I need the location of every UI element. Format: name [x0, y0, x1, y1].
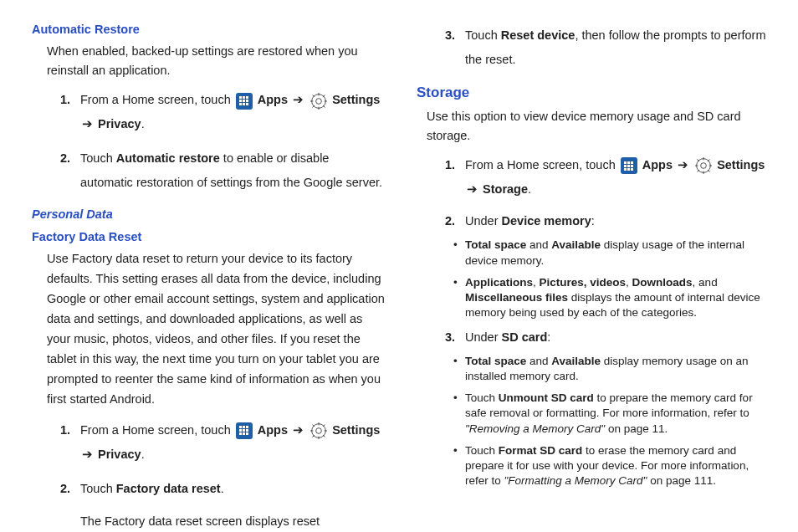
list-item: Touch Unmount SD card to prepare the mem…	[453, 391, 770, 437]
svg-point-1	[316, 98, 322, 104]
step-item: From a Home screen, touch Apps ➔ Setting…	[445, 153, 770, 202]
list-item: Total space and Available display usage …	[453, 238, 770, 268]
svg-point-11	[316, 428, 322, 434]
list-item: Applications, Pictures, videos, Download…	[453, 275, 770, 321]
steps-factory: From a Home screen, touch Apps ➔ Setting…	[60, 418, 385, 532]
bullets-device-memory: Total space and Available display usage …	[453, 238, 770, 320]
left-column: Automatic Restore When enabled, backed-u…	[32, 18, 385, 532]
heading-storage: Storage	[417, 82, 770, 104]
right-column: Touch Reset device, then follow the prom…	[417, 18, 770, 532]
steps-storage: From a Home screen, touch Apps ➔ Setting…	[445, 153, 770, 231]
steps-factory-cont: Touch Reset device, then follow the prom…	[445, 23, 770, 72]
apps-icon	[236, 422, 253, 439]
settings-icon	[310, 93, 327, 110]
list-item: Total space and Available display memory…	[453, 354, 770, 384]
svg-point-21	[701, 163, 707, 169]
para-factory: Use Factory data reset to return your de…	[47, 249, 385, 409]
apps-icon	[621, 157, 637, 174]
step-item: Touch Reset device, then follow the prom…	[445, 23, 770, 72]
bullets-sd-card: Total space and Available display memory…	[453, 354, 770, 489]
step-item: From a Home screen, touch Apps ➔ Setting…	[60, 418, 385, 467]
step-item: Under SD card:	[445, 328, 770, 347]
apps-icon	[236, 93, 253, 110]
para-storage: Use this option to view device memory us…	[427, 107, 770, 145]
heading-factory-reset: Factory Data Reset	[32, 228, 385, 246]
list-item: Touch Format SD card to erase the memory…	[453, 443, 770, 489]
step-item: From a Home screen, touch Apps ➔ Setting…	[60, 88, 385, 136]
step-item: Under Device memory:	[445, 212, 770, 231]
heading-personal-data: Personal Data	[32, 205, 385, 223]
steps-auto-restore: From a Home screen, touch Apps ➔ Setting…	[60, 88, 385, 195]
steps-storage-cont: Under SD card:	[445, 328, 770, 347]
heading-automatic-restore: Automatic Restore	[32, 20, 385, 38]
settings-icon	[695, 157, 712, 174]
settings-icon	[310, 422, 327, 439]
step-item: Touch Automatic restore to enable or dis…	[60, 146, 385, 195]
para-auto-restore: When enabled, backed-up settings are res…	[47, 42, 385, 79]
step-subpara: The Factory data reset screen displays r…	[80, 509, 385, 532]
step-item: Touch Factory data reset. The Factory da…	[60, 477, 385, 532]
